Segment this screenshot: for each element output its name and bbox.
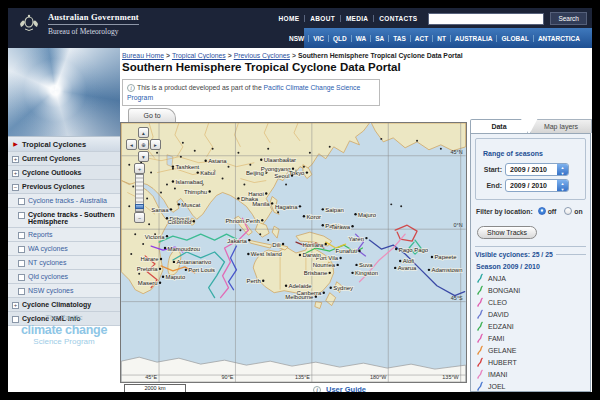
cyclone-map[interactable]: AstanaTashkentUlaanbaatarBeijingKabulIsl… [120, 122, 467, 383]
city-label: Brisbane [304, 270, 328, 276]
city-label: Alofi [403, 258, 415, 264]
stepper-icon[interactable]: ▲▼ [557, 164, 568, 175]
pan-left-icon[interactable]: ◂ [126, 139, 137, 150]
city-label: Tashkent [175, 164, 199, 170]
city-dot [262, 280, 264, 282]
city-dot [303, 166, 305, 168]
cyclone-item-fami[interactable]: FAMI [475, 332, 586, 344]
plus-icon: + [12, 302, 19, 309]
state-link-vic[interactable]: VIC [308, 35, 328, 42]
breadcrumb-link[interactable]: Previous Cyclones [234, 52, 290, 59]
season-heading: Season 2009 / 2010 [476, 263, 586, 270]
sidebar-item-wa-cyclones[interactable]: WA cyclones [8, 242, 120, 256]
pan-right-icon[interactable]: ▸ [150, 139, 161, 150]
lon-label: 90°E [222, 374, 234, 380]
cyclone-item-imani[interactable]: IMANI [475, 368, 586, 380]
cyclone-item-anja[interactable]: ANJA [475, 272, 586, 284]
city-dot [299, 205, 301, 207]
pan-down-icon[interactable]: ▾ [138, 151, 149, 162]
cyclone-item-gelane[interactable]: GELANE [475, 344, 586, 356]
zoom-in-icon[interactable]: + [134, 163, 145, 174]
state-link-australia[interactable]: AUSTRALIA [450, 35, 497, 42]
sidebar-item-cyclone-tracks-southern-hemisphere[interactable]: Cyclone tracks - Southern Hemisphere [8, 208, 120, 228]
tab-data[interactable]: Data [470, 119, 528, 133]
city-label: Avarua [398, 265, 417, 271]
lon-label: 135°W [442, 374, 459, 380]
stepper-icon[interactable]: ▲▼ [557, 180, 568, 191]
show-tracks-button[interactable]: Show Tracks [477, 226, 537, 239]
city-dot [172, 165, 174, 167]
sidebar-item-qld-cyclones[interactable]: Qld cyclones [8, 270, 120, 284]
city-dot [309, 152, 311, 154]
city-label: West Island [251, 251, 282, 257]
city-label: Phnom Penh [225, 218, 259, 224]
state-link-wa[interactable]: WA [351, 35, 370, 42]
city-label: Astana [208, 158, 227, 164]
track-swatch-icon [476, 321, 484, 331]
top-link-home[interactable]: HOME [274, 15, 305, 22]
caspian-sea [167, 155, 173, 167]
breadcrumb-link[interactable]: Tropical Cyclones [172, 52, 226, 59]
city-label: Pyongyang [261, 166, 291, 172]
top-link-about[interactable]: ABOUT [304, 15, 340, 22]
map-canvas[interactable]: AstanaTashkentUlaanbaatarBeijingKabulIsl… [121, 123, 466, 382]
search-button[interactable]: Search [550, 12, 587, 25]
radio-on[interactable] [564, 207, 572, 215]
sidebar-item-cyclone-tracks-australia[interactable]: Cyclone tracks - Australia [8, 194, 120, 208]
sidebar-item-nsw-cyclones[interactable]: NSW cyclones [8, 284, 120, 298]
cyclone-item-bongani[interactable]: BONGANI [475, 284, 586, 296]
city-dot [128, 164, 130, 166]
sidebar-item-cyclone-outlooks[interactable]: +Cyclone Outlooks [8, 166, 120, 180]
state-link-qld[interactable]: QLD [328, 35, 351, 42]
state-link-nsw[interactable]: NSW [285, 35, 308, 42]
track-swatch-icon [476, 333, 484, 343]
sidebar-item-tropical-cyclones[interactable]: ▶Tropical Cyclones [8, 137, 120, 152]
state-link-tas[interactable]: TAS [388, 35, 410, 42]
state-link-antarctica[interactable]: ANTARCTICA [533, 35, 584, 42]
goto-dropdown[interactable]: Go to [128, 108, 176, 122]
city-dot [239, 229, 241, 231]
city-dot [208, 190, 210, 192]
info-icon: i [127, 84, 135, 92]
cyclone-item-edzani[interactable]: EDZANI [475, 320, 586, 332]
city-dot [150, 172, 152, 174]
start-season-select[interactable]: 2009 / 2010 ▲▼ [505, 163, 569, 176]
city-label: Saipan [325, 207, 344, 213]
cyclone-item-joel[interactable]: JOEL [475, 380, 586, 392]
sidebar-item-current-cyclones[interactable]: +Current Cyclones [8, 152, 120, 166]
city-dot [160, 258, 162, 260]
user-guide-link[interactable]: i User Guide [313, 385, 366, 392]
search-input[interactable] [428, 13, 544, 25]
top-link-contacts[interactable]: CONTACTS [373, 15, 422, 22]
zoom-out-icon[interactable]: − [134, 212, 145, 223]
zoom-handle[interactable] [135, 204, 144, 209]
city-label: Maseru [138, 280, 158, 286]
state-link-nt[interactable]: NT [432, 35, 450, 42]
sidebar-item-reports[interactable]: Reports [8, 228, 120, 242]
bureau-title: Bureau of Meteorology [48, 27, 139, 36]
state-link-global[interactable]: GLOBAL [496, 35, 532, 42]
pan-up-icon[interactable]: ▴ [138, 127, 149, 138]
city-dot [271, 202, 273, 204]
state-link-act[interactable]: ACT [410, 35, 432, 42]
radio-off-selected[interactable] [538, 207, 546, 215]
city-label: Melbourne [285, 294, 314, 300]
state-link-sa[interactable]: SA [370, 35, 388, 42]
sidebar-item-nt-cyclones[interactable]: NT cyclones [8, 256, 120, 270]
cyclone-item-hubert[interactable]: HUBERT [475, 356, 586, 368]
city-dot [260, 159, 262, 161]
sidebar-item-cyclone-climatology[interactable]: +Cyclone Climatology [8, 298, 120, 312]
breadcrumb-link[interactable]: Bureau Home [122, 52, 164, 59]
pan-home-icon[interactable]: ⊕ [138, 139, 149, 150]
city-dot [277, 211, 279, 213]
cyclone-item-cleo[interactable]: CLEO [475, 296, 586, 308]
sidebar-item-previous-cyclones[interactable]: −Previous Cyclones [8, 180, 120, 194]
end-season-select[interactable]: 2009 / 2010 ▲▼ [505, 179, 569, 192]
top-link-media[interactable]: MEDIA [340, 15, 373, 22]
cyclone-item-david[interactable]: DAVID [475, 308, 586, 320]
city-label: Perth [247, 278, 261, 284]
city-dot [322, 208, 324, 210]
bom-brand[interactable]: Australian Government Bureau of Meteorol… [16, 11, 139, 37]
tab-map-layers[interactable]: Map layers [530, 119, 592, 133]
city-label: Darwin [302, 252, 320, 258]
